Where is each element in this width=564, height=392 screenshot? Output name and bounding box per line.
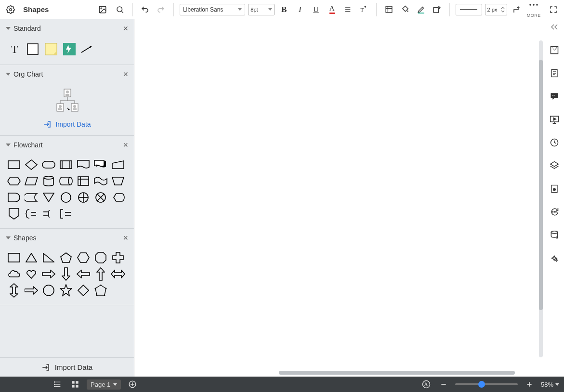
import-data-bar[interactable]: Import Data bbox=[0, 357, 134, 377]
add-page-icon[interactable] bbox=[127, 379, 138, 390]
shape-cloud[interactable] bbox=[7, 267, 21, 281]
shape-arrow-up[interactable] bbox=[93, 267, 108, 281]
section-header-flowchart[interactable]: Flowchart × bbox=[0, 136, 134, 154]
page-settings-icon[interactable] bbox=[548, 182, 561, 196]
close-icon[interactable]: × bbox=[123, 234, 128, 242]
font-size-select[interactable]: 8pt bbox=[248, 4, 275, 15]
section-header-shapes[interactable]: Shapes × bbox=[0, 229, 134, 247]
shape-arrow-right[interactable] bbox=[41, 267, 56, 281]
close-icon[interactable]: × bbox=[123, 141, 128, 149]
shape-polygon[interactable] bbox=[93, 284, 108, 297]
layers-icon[interactable] bbox=[548, 159, 561, 172]
flowchart-database[interactable] bbox=[41, 174, 56, 188]
actions-icon[interactable] bbox=[548, 251, 561, 265]
flowchart-delay[interactable] bbox=[7, 191, 21, 204]
outline-view-icon[interactable] bbox=[52, 379, 64, 390]
shape-rectangle[interactable] bbox=[7, 251, 21, 264]
shape-sticky-note[interactable] bbox=[43, 41, 59, 57]
collapse-rail-icon[interactable] bbox=[548, 22, 561, 32]
scrollbar-thumb[interactable] bbox=[279, 371, 515, 375]
align-button[interactable] bbox=[341, 3, 354, 16]
shape-arrow-down[interactable] bbox=[59, 267, 73, 281]
context-panel-icon[interactable] bbox=[548, 66, 561, 80]
flowchart-multidocument[interactable] bbox=[93, 158, 108, 171]
zoom-out-icon[interactable] bbox=[438, 379, 449, 390]
fullscreen-icon[interactable] bbox=[547, 3, 560, 16]
page-select[interactable]: Page 1 bbox=[87, 379, 121, 390]
text-size-button[interactable]: T bbox=[357, 3, 370, 16]
flowchart-direct-data[interactable] bbox=[59, 174, 73, 188]
shape-rounded-arrow[interactable] bbox=[24, 284, 39, 297]
undo-icon[interactable] bbox=[139, 3, 152, 16]
underline-button[interactable]: U bbox=[309, 3, 322, 16]
flowchart-data[interactable] bbox=[24, 174, 39, 188]
flowchart-manual-input[interactable] bbox=[111, 158, 125, 171]
shape-arrow-updown[interactable] bbox=[7, 284, 21, 297]
flowchart-display[interactable] bbox=[111, 191, 125, 204]
close-icon[interactable]: × bbox=[123, 70, 128, 78]
close-icon[interactable]: × bbox=[123, 24, 128, 33]
bold-button[interactable]: B bbox=[277, 3, 290, 16]
spellcheck-icon[interactable]: A bbox=[420, 379, 432, 390]
section-header-standard[interactable]: Standard × bbox=[0, 19, 134, 38]
flowchart-summing[interactable] bbox=[93, 191, 108, 204]
zoom-slider-knob[interactable] bbox=[478, 381, 485, 388]
zoom-in-icon[interactable] bbox=[524, 379, 535, 390]
search-icon[interactable] bbox=[113, 3, 127, 16]
shape-triangle[interactable] bbox=[24, 251, 39, 264]
history-icon[interactable] bbox=[548, 136, 561, 149]
shape-arrow-line[interactable] bbox=[80, 41, 95, 57]
container-button[interactable] bbox=[382, 3, 395, 16]
shape-star[interactable] bbox=[59, 284, 73, 297]
shape-orgchart[interactable] bbox=[53, 87, 80, 114]
italic-button[interactable]: I bbox=[293, 3, 306, 16]
shape-arrow-left[interactable] bbox=[76, 267, 91, 281]
zoom-level-select[interactable]: 58% bbox=[541, 381, 559, 388]
redo-icon[interactable] bbox=[155, 3, 168, 16]
flowchart-predefined[interactable] bbox=[59, 158, 73, 171]
flowchart-brace-note[interactable] bbox=[24, 207, 39, 221]
flowchart-internal-storage[interactable] bbox=[76, 174, 91, 188]
shape-hotspot[interactable] bbox=[62, 41, 77, 57]
flowchart-process[interactable] bbox=[7, 158, 21, 171]
present-icon[interactable] bbox=[548, 113, 561, 126]
flowchart-merge[interactable] bbox=[41, 191, 56, 204]
flowchart-connector[interactable] bbox=[59, 191, 73, 204]
shape-circle[interactable] bbox=[41, 284, 56, 297]
line-routing-button[interactable] bbox=[510, 3, 523, 16]
shape-cross[interactable] bbox=[111, 251, 125, 264]
fill-color-button[interactable] bbox=[398, 3, 411, 16]
font-family-select[interactable]: Liberation Sans bbox=[180, 4, 245, 15]
line-style-select[interactable] bbox=[456, 4, 482, 15]
flowchart-stored-data[interactable] bbox=[24, 191, 39, 204]
shape-arrow-leftright[interactable] bbox=[111, 267, 125, 281]
shape-hexagon[interactable] bbox=[76, 251, 91, 264]
scrollbar-vertical[interactable] bbox=[539, 40, 543, 357]
data-linking-icon[interactable] bbox=[548, 228, 561, 242]
gear-icon[interactable] bbox=[4, 3, 17, 16]
flowchart-terminator[interactable] bbox=[41, 158, 56, 171]
section-header-orgchart[interactable]: Org Chart × bbox=[0, 65, 134, 83]
more-button[interactable]: MORE bbox=[526, 5, 541, 14]
flowchart-decision[interactable] bbox=[24, 158, 39, 171]
import-data-link[interactable]: Import Data bbox=[0, 117, 134, 135]
flowchart-bracket-note[interactable] bbox=[59, 207, 73, 221]
flowchart-or[interactable] bbox=[76, 191, 91, 204]
grid-view-icon[interactable] bbox=[69, 379, 81, 390]
chat-icon[interactable] bbox=[548, 205, 561, 219]
scrollbar-thumb[interactable] bbox=[539, 60, 543, 310]
zoom-slider[interactable] bbox=[455, 383, 518, 385]
shape-octagon[interactable] bbox=[93, 251, 108, 264]
comments-icon[interactable]: “” bbox=[548, 90, 561, 103]
flowchart-manual-operation[interactable] bbox=[111, 174, 125, 188]
scrollbar-horizontal[interactable] bbox=[279, 371, 515, 375]
canvas[interactable] bbox=[134, 19, 544, 377]
shape-heart[interactable] bbox=[24, 267, 39, 281]
shape-pentagon[interactable] bbox=[59, 251, 73, 264]
border-color-button[interactable] bbox=[415, 3, 428, 16]
shape-text[interactable]: T bbox=[7, 41, 22, 57]
flowchart-offpage[interactable] bbox=[7, 207, 21, 221]
shape-rectangle[interactable] bbox=[25, 41, 40, 57]
navigator-icon[interactable] bbox=[548, 43, 561, 57]
shape-right-triangle[interactable] bbox=[41, 251, 56, 264]
